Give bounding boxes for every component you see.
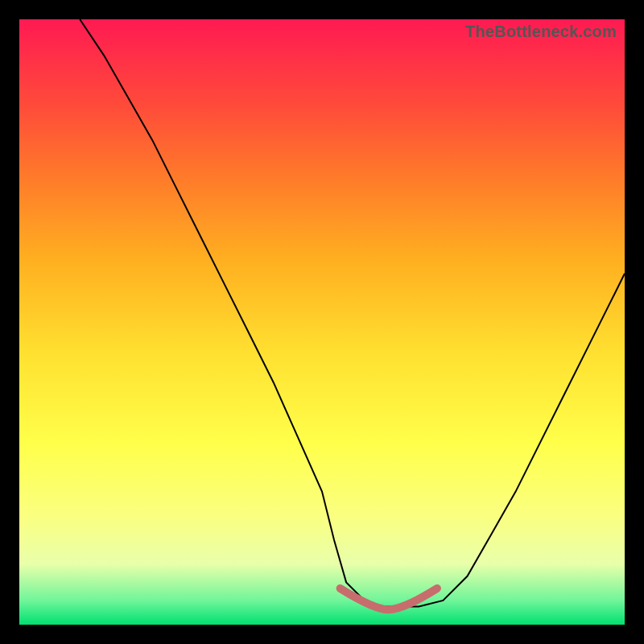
curve-path bbox=[80, 19, 625, 606]
watermark-label: TheBottleneck.com bbox=[465, 23, 617, 41]
plot-area: TheBottleneck.com bbox=[19, 19, 625, 625]
valley-highlight bbox=[341, 588, 437, 609]
chart-frame: TheBottleneck.com bbox=[0, 0, 644, 644]
bottleneck-curve bbox=[19, 19, 625, 625]
